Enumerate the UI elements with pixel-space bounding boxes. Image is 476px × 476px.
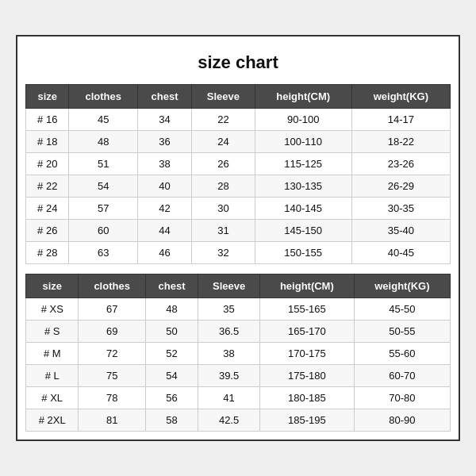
table-cell: 63 — [69, 242, 137, 264]
table-cell: # 18 — [26, 131, 69, 153]
table-cell: 100-110 — [255, 131, 351, 153]
table2-header-cell: height(CM) — [259, 274, 354, 298]
table-cell: 31 — [192, 220, 255, 242]
table1-header-cell: Sleeve — [192, 85, 255, 109]
table-row: # 28634632150-15540-45 — [26, 242, 451, 264]
table2-header-cell: weight(KG) — [354, 274, 450, 298]
table-cell: 57 — [69, 198, 137, 220]
table-row: # S695036.5165-17050-55 — [26, 321, 451, 343]
table-cell: 54 — [145, 365, 198, 387]
table-cell: 150-155 — [255, 242, 351, 264]
table2-header-cell: chest — [145, 274, 198, 298]
table-cell: 55-60 — [354, 343, 450, 365]
table-cell: 36 — [137, 131, 191, 153]
table-cell: # 22 — [26, 175, 69, 198]
table-cell: 80-90 — [354, 409, 450, 432]
table-cell: 60 — [69, 220, 137, 242]
table-cell: 51 — [69, 153, 137, 175]
table-cell: 115-125 — [255, 153, 351, 175]
table-cell: # 24 — [26, 198, 69, 220]
table-cell: # M — [26, 343, 79, 365]
table-cell: 165-170 — [259, 321, 354, 343]
table-cell: 50-55 — [354, 321, 450, 343]
table-cell: 30 — [192, 198, 255, 220]
table-cell: # S — [26, 321, 79, 343]
table1-header-cell: height(CM) — [255, 85, 351, 109]
table-cell: 26-29 — [351, 175, 450, 198]
table-cell: 175-180 — [259, 365, 354, 387]
table-row: # 22544028130-13526-29 — [26, 175, 451, 198]
table-cell: 78 — [79, 387, 145, 409]
table-cell: 30-35 — [351, 198, 450, 220]
table-cell: 75 — [79, 365, 145, 387]
table-cell: 130-135 — [255, 175, 351, 198]
table-cell: 140-145 — [255, 198, 351, 220]
table-cell: 40-45 — [351, 242, 450, 264]
table1-header-cell: size — [26, 85, 69, 109]
table-cell: 145-150 — [255, 220, 351, 242]
table-cell: 45-50 — [354, 298, 450, 321]
table2-header-cell: size — [26, 274, 79, 298]
table-row: # 1645342290-10014-17 — [26, 109, 451, 131]
table-cell: 67 — [79, 298, 145, 321]
table-row: # XS674835155-16545-50 — [26, 298, 451, 321]
table-cell: 38 — [198, 343, 260, 365]
table-cell: 41 — [198, 387, 260, 409]
chart-title: size chart — [25, 44, 451, 84]
table-cell: 45 — [69, 109, 137, 131]
table-cell: 56 — [145, 387, 198, 409]
table-cell: 50 — [145, 321, 198, 343]
table1-header-cell: chest — [137, 85, 191, 109]
table-cell: 58 — [145, 409, 198, 432]
table-cell: 35 — [198, 298, 260, 321]
table-cell: 32 — [192, 242, 255, 264]
table-cell: 23-26 — [351, 153, 450, 175]
table-cell: 52 — [145, 343, 198, 365]
table-row: # M725238170-17555-60 — [26, 343, 451, 365]
table-cell: 54 — [69, 175, 137, 198]
table-cell: # 28 — [26, 242, 69, 264]
size-table-1: sizeclotheschestSleeveheight(CM)weight(K… — [25, 84, 451, 264]
table-cell: # 2XL — [26, 409, 79, 432]
table2-header-cell: clothes — [79, 274, 145, 298]
table-cell: 38 — [137, 153, 191, 175]
table-cell: 48 — [69, 131, 137, 153]
table-cell: 40 — [137, 175, 191, 198]
table-cell: 46 — [137, 242, 191, 264]
table-cell: 42 — [137, 198, 191, 220]
table-cell: 69 — [79, 321, 145, 343]
table-cell: 36.5 — [198, 321, 260, 343]
table-cell: # XL — [26, 387, 79, 409]
table1-header-row: sizeclotheschestSleeveheight(CM)weight(K… — [26, 85, 451, 109]
table-cell: 39.5 — [198, 365, 260, 387]
table-cell: 170-175 — [259, 343, 354, 365]
table2-header-cell: Sleeve — [198, 274, 260, 298]
table-cell: 14-17 — [351, 109, 450, 131]
table1-header-cell: weight(KG) — [351, 85, 450, 109]
table-row: # XL785641180-18570-80 — [26, 387, 451, 409]
table-cell: 81 — [79, 409, 145, 432]
table-cell: # L — [26, 365, 79, 387]
table-cell: 48 — [145, 298, 198, 321]
table-row: # L755439.5175-18060-70 — [26, 365, 451, 387]
table-cell: 70-80 — [354, 387, 450, 409]
table-row: # 20513826115-12523-26 — [26, 153, 451, 175]
table-cell: # 20 — [26, 153, 69, 175]
table-cell: 22 — [192, 109, 255, 131]
table-cell: 44 — [137, 220, 191, 242]
table-cell: 34 — [137, 109, 191, 131]
table-cell: # XS — [26, 298, 79, 321]
table-cell: 185-195 — [259, 409, 354, 432]
table1-header-cell: clothes — [69, 85, 137, 109]
table2-header-row: sizeclotheschestSleeveheight(CM)weight(K… — [26, 274, 451, 298]
table-cell: 90-100 — [255, 109, 351, 131]
table-cell: 28 — [192, 175, 255, 198]
table-cell: 18-22 — [351, 131, 450, 153]
size-table-2: sizeclotheschestSleeveheight(CM)weight(K… — [25, 274, 451, 432]
size-chart-container: size chart sizeclotheschestSleeveheight(… — [16, 35, 460, 441]
table-row: # 18483624100-11018-22 — [26, 131, 451, 153]
table-cell: 72 — [79, 343, 145, 365]
table-row: # 2XL815842.5185-19580-90 — [26, 409, 451, 432]
table-cell: 180-185 — [259, 387, 354, 409]
table-row: # 24574230140-14530-35 — [26, 198, 451, 220]
